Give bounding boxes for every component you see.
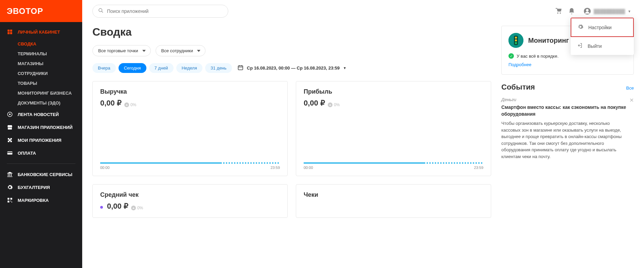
chart-area: 00:00 23:59 — [304, 162, 483, 170]
events-all-link[interactable]: Все — [626, 85, 634, 91]
sidebar-news[interactable]: ЛЕНТА НОВОСТЕЙ — [0, 108, 82, 121]
sidebar-payment[interactable]: ОПЛАТА — [0, 147, 82, 159]
card-avg-check: Средний чек 0,00 ₽ 0% — [92, 184, 288, 218]
filter-staff-select[interactable]: Все сотрудники — [156, 45, 206, 56]
search-input[interactable] — [107, 8, 222, 14]
chart-labels: 00:00 23:59 — [100, 166, 280, 170]
svg-point-16 — [586, 9, 588, 12]
card-title: Чеки — [304, 191, 483, 198]
sidebar: ЭВОТОР ЛИЧНЫЙ КАБИНЕТ СВОДКА ТЕРМИНАЛЫ М… — [0, 0, 82, 268]
period-yesterday[interactable]: Вчера — [92, 63, 116, 73]
search-box[interactable] — [92, 5, 228, 18]
card-value-row: 0,00 ₽ 0% — [100, 202, 280, 211]
calendar-icon — [237, 64, 244, 72]
gear-icon — [7, 184, 13, 190]
card-value: 0,00 ₽ — [304, 99, 325, 108]
filters-row: Все торговые точки Все сотрудники — [92, 45, 491, 56]
sidebar-sub-monitoring[interactable]: МОНИТОРИНГ БИЗНЕСА — [0, 88, 82, 98]
svg-point-13 — [99, 8, 102, 12]
period-week[interactable]: Неделя — [176, 63, 202, 73]
card-delta: 0% — [328, 102, 340, 107]
bank-icon — [7, 171, 13, 177]
period-today[interactable]: Сегодня — [119, 63, 146, 73]
card-title: Средний чек — [100, 191, 280, 198]
monitoring-more-link[interactable]: Подробнее — [508, 62, 531, 67]
card-revenue: Выручка 0,00 ₽ 0% — [92, 81, 288, 176]
user-account-chip[interactable]: ██████████ ▼ — [581, 6, 634, 16]
cart-icon[interactable] — [555, 7, 562, 15]
time-start: 00:00 — [304, 166, 313, 170]
sidebar-personal-cabinet[interactable]: ЛИЧНЫЙ КАБИНЕТ — [0, 22, 82, 39]
svg-rect-10 — [7, 201, 9, 203]
filter-points-select[interactable]: Все торговые точки — [92, 45, 151, 56]
sidebar-marking[interactable]: МАРКИРОВКА — [0, 194, 82, 207]
period-7days[interactable]: 7 дней — [149, 63, 174, 73]
sidebar-banking[interactable]: БАНКОВСКИЕ СЕРВИСЫ — [0, 168, 82, 181]
sidebar-my-apps[interactable]: МОИ ПРИЛОЖЕНИЯ — [0, 134, 82, 147]
check-icon: ✓ — [508, 53, 514, 59]
chart-labels: 00:00 23:59 — [304, 166, 483, 170]
svg-rect-3 — [10, 32, 12, 34]
event-category: Деньги — [501, 97, 627, 102]
traffic-light-icon — [508, 33, 523, 48]
chevron-down-icon: ▼ — [628, 9, 631, 13]
sidebar-divider — [7, 164, 75, 164]
svg-rect-7 — [7, 152, 13, 153]
svg-rect-2 — [7, 32, 10, 34]
page-title: Сводка — [92, 26, 491, 38]
chart-line — [100, 162, 280, 164]
event-item: ✕ Деньги Смартфон вместо кассы: как сэко… — [501, 97, 634, 160]
card-value-row: 0,00 ₽ 0% — [304, 99, 483, 108]
cards-row-1: Выручка 0,00 ₽ 0% — [92, 81, 491, 176]
sidebar-sub-documents[interactable]: ДОКУМЕНТЫ (ЭДО) — [0, 98, 82, 108]
gear-icon — [577, 24, 584, 31]
store-icon — [7, 124, 13, 130]
user-dropdown-menu: Настройки Выйти — [571, 18, 634, 55]
sidebar-accounting[interactable]: БУХГАЛТЕРИЯ — [0, 181, 82, 194]
logo[interactable]: ЭВОТОР — [0, 0, 82, 22]
period-31days[interactable]: 31 день — [205, 63, 232, 73]
sidebar-label: ЛИЧНЫЙ КАБИНЕТ — [18, 30, 60, 35]
events-head: События Все — [501, 83, 634, 92]
date-range-picker[interactable]: Ср 16.08.2023, 00:00 — Ср 16.08.2023, 23… — [237, 64, 346, 72]
sidebar-sub-summary[interactable]: СВОДКА — [0, 39, 82, 49]
puzzle-icon — [7, 137, 13, 143]
main-area: ██████████ ▼ Настройки Выйти Сводка — [82, 0, 644, 268]
close-icon[interactable]: ✕ — [629, 97, 634, 103]
svg-point-24 — [515, 39, 517, 41]
logout-icon — [577, 42, 583, 50]
card-icon — [7, 150, 13, 156]
card-delta: 0% — [131, 206, 143, 210]
svg-point-25 — [515, 42, 517, 44]
qr-icon — [7, 197, 13, 203]
content-main: Сводка Все торговые точки Все сотрудники… — [92, 26, 491, 226]
chart-area: 00:00 23:59 — [100, 162, 280, 170]
trend-icon — [131, 206, 136, 210]
bell-icon[interactable] — [568, 7, 575, 15]
search-icon — [98, 8, 104, 15]
time-start: 00:00 — [100, 166, 110, 170]
user-name: ██████████ — [594, 9, 625, 14]
time-end: 23:59 — [474, 166, 483, 170]
menu-item-label: Выйти — [588, 43, 602, 49]
sidebar-sub-stores[interactable]: МАГАЗИНЫ — [0, 59, 82, 69]
dashboard-icon — [7, 29, 13, 35]
svg-rect-17 — [238, 66, 243, 70]
events-heading: События — [501, 83, 535, 92]
menu-item-logout[interactable]: Выйти — [571, 37, 634, 55]
sidebar-sub-terminals[interactable]: ТЕРМИНАЛЫ — [0, 49, 82, 59]
menu-item-settings[interactable]: Настройки — [571, 18, 634, 37]
sidebar-label: БАНКОВСКИЕ СЕРВИСЫ — [18, 172, 72, 177]
sidebar-sub-staff[interactable]: СОТРУДНИКИ — [0, 69, 82, 78]
sidebar-sub-goods[interactable]: ТОВАРЫ — [0, 78, 82, 88]
user-icon — [584, 7, 591, 15]
svg-rect-8 — [7, 198, 9, 199]
sidebar-app-store[interactable]: МАГАЗИН ПРИЛОЖЕНИЙ — [0, 121, 82, 134]
legend-dot-icon — [100, 206, 103, 209]
svg-point-5 — [9, 114, 11, 115]
period-row: Вчера Сегодня 7 дней Неделя 31 день Ср 1… — [92, 63, 491, 73]
card-title: Выручка — [100, 88, 280, 95]
svg-point-23 — [515, 37, 517, 39]
svg-rect-1 — [10, 30, 12, 32]
sidebar-label: МАГАЗИН ПРИЛОЖЕНИЙ — [18, 125, 73, 130]
